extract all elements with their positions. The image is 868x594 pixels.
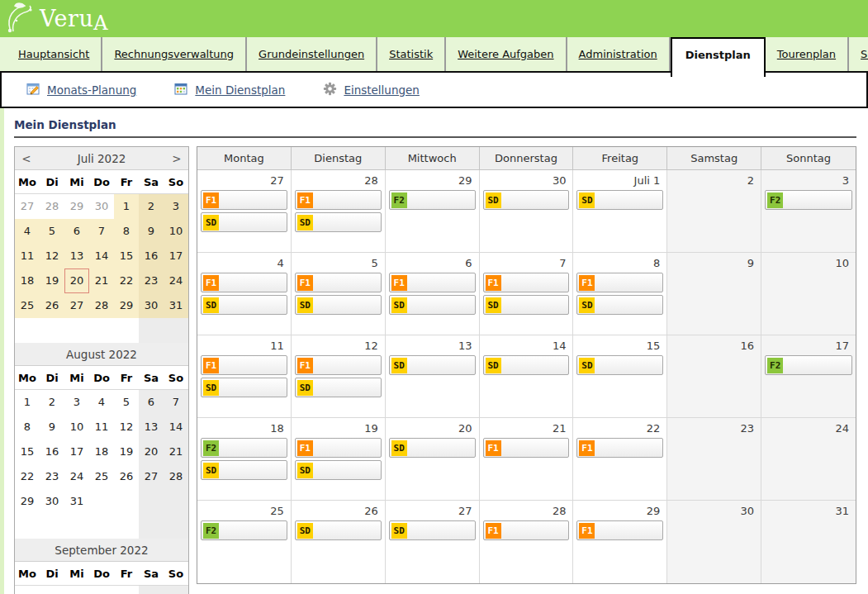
mini-cal-day[interactable]: 29 <box>15 489 40 514</box>
shift-entry[interactable]: F1 <box>201 273 287 292</box>
mini-cal-day[interactable]: 30 <box>40 489 64 514</box>
shift-entry[interactable]: F2 <box>201 520 287 540</box>
mini-cal-day[interactable]: 3 <box>164 194 188 219</box>
shift-entry[interactable]: SD <box>295 212 382 232</box>
mini-cal-day[interactable]: 19 <box>40 268 64 293</box>
next-month-button[interactable]: > <box>165 152 188 165</box>
tab-administration[interactable]: Administration <box>567 37 671 71</box>
shift-entry[interactable]: F1 <box>483 520 570 540</box>
shift-entry[interactable]: SD <box>483 295 570 315</box>
shift-entry[interactable]: SD <box>576 355 663 375</box>
mini-cal-day[interactable]: 9 <box>40 415 64 440</box>
toolbar-item-einstellungen[interactable]: Einstellungen <box>323 82 420 98</box>
tab-rechnungsverwaltung[interactable]: Rechnungsverwaltung <box>102 37 247 71</box>
mini-cal-day[interactable]: 26 <box>40 293 64 318</box>
shift-entry[interactable]: F1 <box>576 438 663 458</box>
toolbar-item-mein-dienstplan[interactable]: Mein Dienstplan <box>174 82 285 98</box>
mini-cal-day[interactable]: 7 <box>164 390 188 415</box>
shift-entry[interactable]: SD <box>201 295 287 315</box>
mini-cal-day[interactable]: 18 <box>89 440 114 464</box>
shift-entry[interactable]: SD <box>295 295 382 315</box>
mini-cal-day[interactable]: 17 <box>64 440 89 464</box>
mini-cal-day[interactable]: 30 <box>89 194 114 219</box>
shift-entry[interactable]: SD <box>483 355 570 375</box>
mini-cal-day[interactable]: 21 <box>89 268 114 293</box>
mini-cal-day[interactable]: 10 <box>64 415 89 440</box>
shift-entry[interactable]: F1 <box>295 355 382 375</box>
mini-cal-day[interactable]: 31 <box>64 489 89 514</box>
mini-cal-day[interactable]: 29 <box>114 293 139 318</box>
mini-cal-day[interactable]: 29 <box>64 194 89 219</box>
mini-cal-day[interactable]: 28 <box>164 464 188 489</box>
mini-cal-day[interactable]: 15 <box>114 244 139 268</box>
toolbar-item-monats-planung[interactable]: Monats-Planung <box>26 82 136 98</box>
mini-cal-day[interactable]: 6 <box>139 390 164 415</box>
mini-cal-day[interactable]: 11 <box>15 244 40 268</box>
mini-cal-day[interactable]: 1 <box>15 390 40 415</box>
shift-entry[interactable]: SD <box>576 295 663 315</box>
mini-cal-day[interactable]: 25 <box>15 293 40 318</box>
shift-entry[interactable]: F1 <box>201 355 287 375</box>
tab-tourenplan[interactable]: Tourenplan <box>766 37 849 71</box>
mini-cal-day[interactable]: 5 <box>114 390 139 415</box>
tab-support[interactable]: Support <box>849 37 868 71</box>
tab-hauptansicht[interactable]: Hauptansicht <box>7 37 102 71</box>
mini-cal-day[interactable]: 3 <box>64 390 89 415</box>
prev-month-button[interactable]: < <box>15 152 38 165</box>
mini-cal-day[interactable]: 27 <box>15 194 40 219</box>
tab-grundeinstellungen[interactable]: Grundeinstellungen <box>247 37 377 71</box>
mini-cal-day[interactable]: 7 <box>89 219 114 244</box>
shift-entry[interactable]: F1 <box>576 520 663 540</box>
shift-entry[interactable]: F1 <box>483 438 570 458</box>
shift-entry[interactable]: SD <box>295 520 382 540</box>
mini-cal-day[interactable]: 12 <box>114 415 139 440</box>
mini-cal-day[interactable]: 12 <box>40 244 64 268</box>
mini-cal-day[interactable]: 27 <box>64 293 89 318</box>
mini-cal-day[interactable]: 14 <box>89 244 114 268</box>
mini-cal-day[interactable]: 24 <box>164 268 188 293</box>
tab-weitere-aufgaben[interactable]: Weitere Aufgaben <box>446 37 567 71</box>
mini-cal-day[interactable]: 23 <box>40 464 64 489</box>
shift-entry[interactable]: SD <box>201 378 287 397</box>
mini-cal-day[interactable]: 31 <box>164 293 188 318</box>
mini-cal-day[interactable]: 15 <box>15 440 40 464</box>
mini-cal-day[interactable]: 19 <box>114 440 139 464</box>
mini-cal-day[interactable]: 14 <box>164 415 188 440</box>
mini-cal-day[interactable]: 1 <box>114 194 139 219</box>
mini-cal-day[interactable]: 16 <box>40 440 64 464</box>
mini-cal-day[interactable]: 13 <box>64 244 89 268</box>
shift-entry[interactable]: F2 <box>201 438 287 458</box>
mini-cal-day[interactable]: 21 <box>164 440 188 464</box>
mini-cal-day[interactable]: 9 <box>139 219 164 244</box>
mini-cal-day[interactable]: 13 <box>139 415 164 440</box>
mini-cal-day[interactable]: 2 <box>139 194 164 219</box>
shift-entry[interactable]: SD <box>389 355 476 375</box>
shift-entry[interactable]: F2 <box>389 190 476 210</box>
mini-cal-day[interactable]: 6 <box>64 219 89 244</box>
mini-cal-day[interactable]: 28 <box>89 293 114 318</box>
shift-entry[interactable]: F1 <box>483 273 570 292</box>
shift-entry[interactable]: F2 <box>765 355 852 375</box>
mini-cal-day[interactable]: 16 <box>139 244 164 268</box>
shift-entry[interactable]: F1 <box>389 273 476 292</box>
shift-entry[interactable]: F1 <box>576 273 663 292</box>
mini-cal-day[interactable]: 8 <box>114 219 139 244</box>
tab-dienstplan[interactable]: Dienstplan <box>671 37 766 77</box>
mini-cal-day[interactable]: 30 <box>139 293 164 318</box>
shift-entry[interactable]: SD <box>201 460 287 480</box>
shift-entry[interactable]: F1 <box>295 190 382 210</box>
mini-cal-day[interactable]: 3 <box>139 586 164 594</box>
mini-cal-day[interactable]: 23 <box>139 268 164 293</box>
shift-entry[interactable]: SD <box>483 190 570 210</box>
mini-cal-day[interactable]: 24 <box>64 464 89 489</box>
mini-cal-day[interactable]: 17 <box>164 244 188 268</box>
mini-cal-day[interactable]: 1 <box>89 586 114 594</box>
shift-entry[interactable]: SD <box>201 212 287 232</box>
mini-cal-day[interactable]: 8 <box>15 415 40 440</box>
mini-cal-day[interactable]: 22 <box>15 464 40 489</box>
shift-entry[interactable]: F1 <box>201 190 287 210</box>
mini-cal-day[interactable]: 2 <box>40 390 64 415</box>
mini-cal-day[interactable]: 20 <box>64 268 89 293</box>
shift-entry[interactable]: F1 <box>295 273 382 292</box>
shift-entry[interactable]: F1 <box>295 438 382 458</box>
